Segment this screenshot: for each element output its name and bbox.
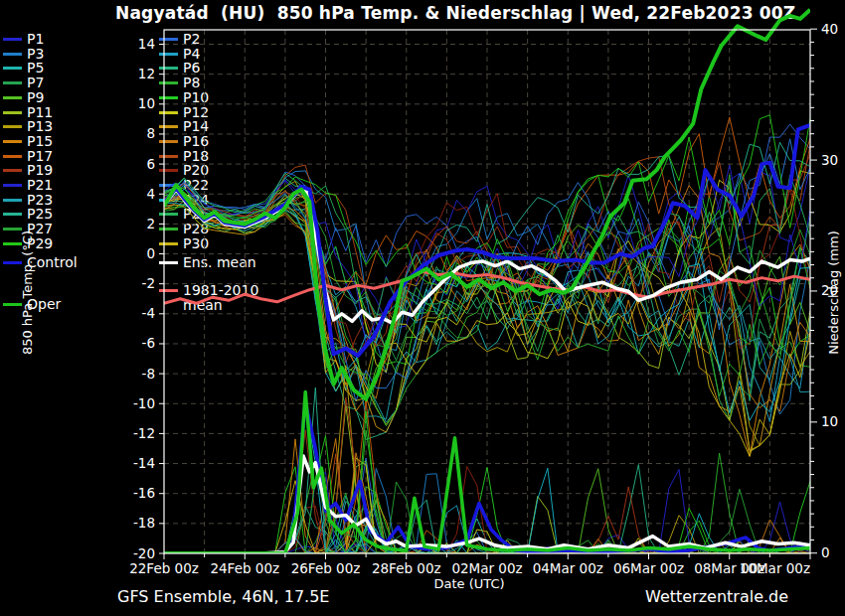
svg-text:04Mar 00z: 04Mar 00z <box>533 560 603 576</box>
svg-text:-14: -14 <box>133 455 155 471</box>
svg-text:-20: -20 <box>133 545 155 561</box>
svg-text:26Feb 00z: 26Feb 00z <box>291 560 361 576</box>
svg-text:22Feb 00z: 22Feb 00z <box>129 560 199 576</box>
svg-text:02Mar 00z: 02Mar 00z <box>451 560 522 576</box>
svg-text:24Feb 00z: 24Feb 00z <box>210 560 279 576</box>
svg-text:-8: -8 <box>142 366 155 382</box>
svg-text:6: 6 <box>146 156 155 172</box>
x-axis-title: Date (UTC) <box>410 576 529 591</box>
svg-text:0: 0 <box>821 544 830 560</box>
right-axis-title: Niederschlag (mm) <box>826 224 841 363</box>
svg-text:12: 12 <box>138 66 155 81</box>
svg-text:-6: -6 <box>142 335 155 351</box>
svg-text:-10: -10 <box>133 395 155 411</box>
svg-text:30: 30 <box>821 152 838 168</box>
svg-text:28Feb 00z: 28Feb 00z <box>372 560 441 576</box>
svg-text:-18: -18 <box>133 515 155 531</box>
left-axis-title: 850 hPa Temp. (°C) <box>20 224 35 363</box>
svg-text:4: 4 <box>146 186 155 202</box>
svg-text:-4: -4 <box>142 305 155 321</box>
svg-text:2: 2 <box>146 216 155 231</box>
svg-text:-2: -2 <box>142 275 155 291</box>
ensemble-forecast-page: Nagyatád (HU) 850 hPa Temp. & Niederschl… <box>0 0 845 616</box>
site-credit-label: Wetterzentrale.de <box>645 587 788 606</box>
svg-text:8: 8 <box>146 125 155 141</box>
model-location-label: GFS Ensemble, 46N, 17.5E <box>117 587 329 606</box>
svg-text:0: 0 <box>146 245 155 261</box>
svg-text:-12: -12 <box>133 425 155 441</box>
svg-text:-16: -16 <box>133 485 155 501</box>
svg-text:10: 10 <box>138 95 155 111</box>
svg-text:40: 40 <box>821 21 838 37</box>
svg-text:10Mar 00z: 10Mar 00z <box>740 560 810 576</box>
svg-text:10: 10 <box>821 413 838 429</box>
svg-text:14: 14 <box>138 36 155 52</box>
svg-text:06Mar 00z: 06Mar 00z <box>613 560 684 576</box>
ensemble-chart: 14121086420-2-4-6-8-10-12-14-16-18-20010… <box>0 0 845 616</box>
